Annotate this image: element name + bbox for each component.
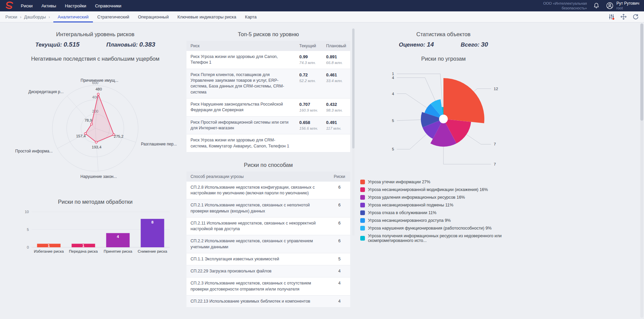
- method-name-cell: СП.2.3 Использование недостатков, связан…: [186, 277, 329, 296]
- table-row[interactable]: Риск Угроза жизни или здоровью для Canon…: [186, 51, 350, 69]
- tab-operational[interactable]: Операционный: [133, 11, 173, 22]
- radar-chart-title: Негативные последствия с наибольшим ущер…: [19, 56, 171, 62]
- table-row[interactable]: СП.2.3 Использование недостатков, связан…: [186, 277, 350, 296]
- refresh-icon[interactable]: [633, 14, 639, 20]
- table-row[interactable]: СП.22.13 Использование уязвимых библиоте…: [186, 295, 350, 307]
- risk-name-cell: Риск Нарушение законодательства Российск…: [186, 98, 295, 116]
- current-value-cell: 0.9974.3 млн.: [295, 51, 322, 69]
- table-row[interactable]: Риск Нарушение законодательства Российск…: [186, 98, 350, 116]
- legend-item[interactable]: Угроза утечки информации 27%: [360, 180, 527, 184]
- risk-count-cell: 4: [329, 295, 350, 307]
- method-name-cell: СП.2.11 Использование недостатков, связа…: [186, 217, 329, 235]
- app-logo[interactable]: [5, 1, 14, 10]
- method-name-cell: СП.2.1 Использование недостатков, связан…: [186, 199, 329, 217]
- scrollbar-thumb[interactable]: [640, 23, 643, 121]
- legend-label: Угроза получения информационных ресурсов…: [368, 234, 527, 243]
- legend-swatch: [360, 203, 365, 207]
- legend-label: Угроза удаления информационных ресурсов …: [368, 195, 465, 200]
- current-value-cell: 0.707160.9 млн.: [295, 98, 322, 116]
- svg-text:193,4: 193,4: [92, 145, 102, 149]
- top5-table: Риск Текущий Плановый Риск Угроза жизни …: [186, 41, 350, 152]
- breadcrumb-risks[interactable]: Риски: [5, 14, 17, 19]
- menu-item-risks[interactable]: Риски: [21, 3, 33, 8]
- table-header-row: Риск Текущий Плановый: [186, 41, 350, 51]
- svg-text:1: 1: [82, 244, 85, 248]
- legend-swatch: [360, 210, 365, 215]
- svg-text:Простой информа...: Простой информа...: [15, 149, 53, 153]
- method-name-cell: СП.22.13 Использование уязвимых библиоте…: [186, 295, 329, 307]
- objects-stats-title: Статистика объектов: [360, 31, 527, 38]
- objects-stats: Оценено: 14 Всего: 30: [360, 41, 527, 48]
- table-row[interactable]: СП.2.11 Использование недостатков, связа…: [186, 217, 350, 235]
- svg-text:7: 7: [494, 162, 496, 166]
- risk-count-cell: 6: [329, 199, 350, 217]
- tab-strategic[interactable]: Стратегический: [93, 11, 133, 22]
- tab-analytical[interactable]: Аналитический: [53, 11, 93, 22]
- table-row[interactable]: Риск Угроза жизни или здоровью для CRM-с…: [186, 134, 350, 152]
- svg-text:275,2: 275,2: [114, 134, 123, 138]
- svg-text:1: 1: [48, 244, 50, 248]
- svg-text:Избегание риска: Избегание риска: [34, 249, 64, 253]
- legend-label: Угроза утечки информации 27%: [368, 180, 430, 184]
- method-name-cell: СП.1.1 Эксплуатация известных уязвимосте…: [186, 253, 329, 265]
- legend-item[interactable]: Угроза нарушения функционирования (работ…: [360, 226, 527, 231]
- planned-risk-level: Плановый: 0.383: [106, 41, 155, 48]
- evaluated-objects: Оценено: 14: [399, 41, 434, 48]
- risk-count-cell: 4: [329, 265, 350, 277]
- notifications-bell-icon[interactable]: [593, 2, 600, 9]
- legend-item[interactable]: Угроза удаления информационных ресурсов …: [360, 195, 527, 200]
- page-scrollbar[interactable]: [640, 23, 643, 318]
- menu-item-references[interactable]: Справочники: [95, 3, 121, 8]
- logo-s-icon: [5, 1, 14, 10]
- current-risk-level: Текущий: 0.515: [35, 41, 79, 48]
- col-header-current: Текущий: [295, 41, 322, 51]
- method-name-cell: СП.2.2 Использование недостатков, связан…: [186, 235, 329, 253]
- legend-item[interactable]: Угроза несанкционированной подмены 11%: [360, 203, 527, 207]
- move-icon[interactable]: [621, 14, 627, 20]
- risk-name-cell: Риск Угроза жизни или здоровью для CRM-с…: [186, 134, 295, 152]
- legend-swatch: [360, 187, 365, 192]
- table-row[interactable]: СП.2.2 Использование недостатков, связан…: [186, 235, 350, 253]
- table-row[interactable]: Риск Потеря клиентов, поставщиков для Уп…: [186, 69, 350, 98]
- filter-icon[interactable]: [608, 14, 614, 20]
- legend-item[interactable]: Угроза отказа в обслуживании 11%: [360, 210, 527, 215]
- table-row[interactable]: СП.22.29 Загрузка произвольных файлов4: [186, 265, 350, 277]
- user-name: Рут Рутович: [616, 1, 639, 6]
- table-row[interactable]: СП.2.8 Использование недостатков конфигу…: [186, 182, 350, 199]
- table-row[interactable]: СП.1.1 Эксплуатация известных уязвимосте…: [186, 253, 350, 265]
- tab-map[interactable]: Карта: [240, 11, 261, 22]
- legend-item[interactable]: Угроза получения информационных ресурсов…: [360, 234, 527, 243]
- dashboard-subnav: Риски › Дашборды › Аналитический Стратег…: [0, 11, 644, 22]
- legend-label: Угроза несанкционированной подмены 11%: [368, 203, 453, 207]
- legend-swatch: [360, 236, 365, 241]
- menu-item-assets[interactable]: Активы: [41, 3, 56, 8]
- svg-text:Дискредитация р...: Дискредитация р...: [29, 89, 64, 94]
- table-row[interactable]: Риск Простой информационной системы или …: [186, 116, 350, 134]
- menu-item-settings[interactable]: Настройки: [65, 3, 86, 8]
- user-menu[interactable]: Рут Рутович root: [606, 1, 639, 10]
- svg-text:12: 12: [494, 87, 498, 91]
- table-row[interactable]: СП.2.1 Использование недостатков, связан…: [186, 199, 350, 217]
- breadcrumb-dashboards[interactable]: Дашборды: [24, 14, 46, 19]
- legend-item[interactable]: Угроза несанкционированного доступа 9%: [360, 218, 527, 223]
- risk-name-cell: Риск Потеря клиентов, поставщиков для Уп…: [186, 69, 295, 98]
- svg-text:4: 4: [117, 235, 119, 239]
- svg-text:4: 4: [392, 76, 394, 80]
- avatar: [606, 2, 614, 10]
- current-value-cell: 0.658156.6 млн.: [295, 116, 322, 134]
- svg-text:7: 7: [494, 142, 496, 146]
- risk-count-cell: 6: [329, 217, 350, 235]
- legend-item[interactable]: Угроза несанкционированной модификации (…: [360, 187, 527, 192]
- legend-swatch: [360, 226, 365, 231]
- rose-chart-title: Риски по угрозам: [360, 56, 527, 62]
- dashboard-content: Интегральный уровень рисков Текущий: 0.5…: [0, 22, 644, 316]
- dashboard-tabs: Аналитический Стратегический Операционны…: [53, 11, 261, 22]
- scrollbar-thumb[interactable]: [352, 28, 355, 148]
- col-header-risk: Риск: [186, 41, 295, 51]
- breadcrumb: Риски › Дашборды ›: [5, 14, 53, 19]
- column-scrollbar[interactable]: [352, 28, 355, 236]
- svg-text:Разглашение пер...: Разглашение пер...: [141, 142, 177, 146]
- tab-key-risk-indicators[interactable]: Ключевые индикаторы риска: [173, 11, 240, 22]
- top-navbar: Риски Активы Настройки Справочники ООО «…: [0, 0, 644, 11]
- column-left: Интегральный уровень рисков Текущий: 0.5…: [19, 28, 171, 259]
